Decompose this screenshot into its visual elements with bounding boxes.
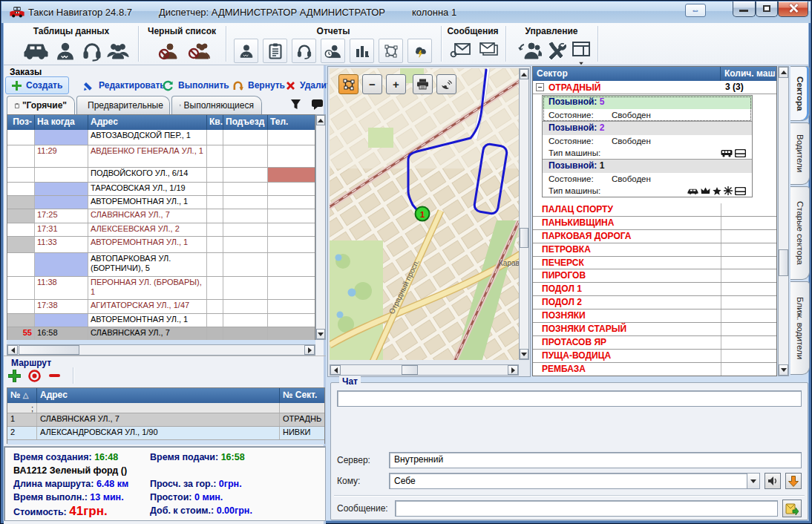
execute-order-button[interactable]: Выполнить [163, 76, 229, 94]
side-tab-near-drivers[interactable]: Ближ. водители [790, 281, 810, 375]
scroll-up-icon[interactable] [781, 71, 787, 74]
return-order-button[interactable]: Вернуть [232, 76, 285, 94]
server-field[interactable]: Внутренний [389, 452, 802, 468]
filter-icon[interactable] [290, 99, 301, 110]
close-button[interactable] [778, 1, 808, 17]
tab-preliminary-orders[interactable]: Предварительные [76, 96, 170, 114]
scroll-down-icon[interactable] [318, 333, 324, 336]
route-marker[interactable]: 1 [416, 207, 430, 221]
sector-row[interactable]: ПЕЧЕРСК [533, 257, 777, 270]
minimize-button[interactable] [733, 1, 756, 17]
tab-hot-orders[interactable]: "Горячие" [7, 96, 75, 114]
scroll-left-icon[interactable] [11, 347, 15, 353]
orders-vscrollbar[interactable] [315, 114, 326, 340]
sector-row[interactable]: ПОДОЛ 1 [533, 283, 777, 296]
car-card[interactable]: Позывной: 2 Состояние:Свободен Тип машин… [543, 122, 752, 160]
sector-row-expanded[interactable]: ОТРАДНЫЙ 3 (3) [533, 81, 776, 94]
side-tab-drivers[interactable]: Водители [790, 122, 810, 185]
orders-table-header[interactable]: Поз- На когда Адрес Кв. Подъезд Тел. [7, 115, 315, 130]
receive-messages-button[interactable] [785, 473, 802, 489]
windows-layout-icon[interactable] [572, 41, 591, 59]
sectors-table-header[interactable]: Сектор Колич. маш [533, 67, 776, 81]
report-sectors-button[interactable] [379, 39, 403, 63]
restore-button[interactable] [756, 1, 778, 17]
sector-row[interactable]: ПАНЬКИВЩИНА [533, 217, 777, 230]
order-row[interactable]: ПОДВОЙСКОГО УЛ., 6/14 [7, 168, 315, 183]
sector-row[interactable]: ПРОТАСОВ ЯР [533, 336, 777, 350]
voice-message-button[interactable] [764, 473, 781, 489]
report-drivers-button[interactable] [234, 39, 258, 63]
map-vscrollbar[interactable] [519, 68, 529, 360]
send-message-icon[interactable] [449, 41, 471, 59]
create-order-button[interactable]: Создать [5, 76, 69, 94]
sector-row[interactable]: ПАЛАЦ СПОРТУ [533, 203, 777, 217]
blacklist-clients-icon[interactable] [186, 41, 212, 62]
add-point-icon[interactable] [8, 370, 21, 382]
order-row[interactable]: 17:38АГИТАТОРСКАЯ УЛ., 1/47 [7, 300, 315, 314]
scroll-down-icon[interactable] [781, 368, 787, 372]
scroll-up-icon[interactable] [318, 119, 324, 122]
order-row[interactable]: АВТОРЕМОНТНАЯ УЛ., 1 [7, 196, 315, 209]
sector-row[interactable]: ПАРКОВАЯ ДОРОГА [533, 230, 777, 243]
route-table-header[interactable]: № △ Адрес № Сект. [7, 388, 324, 403]
message-input[interactable] [395, 500, 778, 517]
order-row[interactable]: 17:25СЛАВЯНСКАЯ УЛ., 7 [7, 209, 315, 223]
blacklist-drivers-icon[interactable] [158, 41, 180, 62]
car-card[interactable]: Позывной: 5 Состояние:Свободен [543, 96, 752, 122]
scroll-left-icon[interactable] [334, 367, 338, 373]
scroll-thumb[interactable] [19, 345, 79, 355]
scroll-right-icon[interactable] [511, 367, 515, 373]
scroll-right-icon[interactable] [308, 347, 312, 353]
comment-icon[interactable] [311, 99, 324, 110]
car-card[interactable]: Позывной: 1 Состояние:Свободен Тип машин… [543, 160, 752, 197]
scroll-thumb[interactable] [520, 228, 528, 248]
chat-history-area[interactable] [337, 390, 802, 407]
report-chart-button[interactable] [350, 39, 374, 63]
sector-row[interactable]: ПУЩА-ВОДИЦА [533, 350, 777, 363]
report-orders-button[interactable] [263, 39, 287, 63]
map-viewport[interactable]: 1 Отрадный просп. Карава − + [330, 68, 519, 360]
map-print-button[interactable] [413, 74, 433, 94]
sector-row[interactable]: ПОЗНЯКИ СТАРЫЙ [533, 323, 777, 336]
map-zoom-in-button[interactable]: + [386, 74, 406, 94]
map-hscrollbar[interactable] [330, 364, 519, 376]
messages-history-icon[interactable] [477, 41, 500, 59]
order-row[interactable]: 17:31АЛЕКСЕЕВСКАЯ УЛ., 2 [7, 223, 315, 237]
clients-table-icon[interactable] [106, 41, 130, 62]
remove-point-icon[interactable] [48, 373, 61, 379]
chevron-down-icon[interactable] [750, 479, 756, 483]
layout-dropdown-arrow[interactable] [579, 62, 583, 65]
order-row[interactable]: 11:33АВТОРЕМОНТНАЯ УЛ., 1 [7, 237, 315, 253]
drivers-table-icon[interactable] [56, 41, 75, 62]
scroll-thumb[interactable] [402, 365, 418, 375]
order-row[interactable]: ТАРАСОВСКАЯ УЛ., 1/19 [7, 183, 315, 196]
sector-row[interactable]: ПОЗНЯКИ [533, 310, 777, 323]
send-message-button[interactable] [782, 500, 802, 517]
order-row[interactable]: АВТОРЕМОНТНАЯ УЛ., 1 [7, 314, 315, 327]
scroll-thumb[interactable] [779, 249, 788, 276]
map-zoom-out-button[interactable]: − [362, 74, 382, 94]
report-storm-button[interactable] [407, 39, 432, 63]
sector-row[interactable]: ПЕТРОВКА [533, 243, 777, 257]
tab-executing-orders[interactable]: Выполняющиеся [171, 96, 262, 114]
cars-table-icon[interactable] [23, 41, 48, 60]
drivers-sync-icon[interactable] [518, 41, 542, 60]
sector-row[interactable]: РЕМБАЗА [533, 363, 777, 376]
sector-row[interactable]: ПИРОГОВ [533, 269, 777, 283]
order-row[interactable]: АВТОЗАВОДСКОЙ ПЕР., 1 [7, 130, 315, 145]
map-gps-button[interactable] [436, 74, 456, 94]
recipient-dropdown[interactable]: Себе [389, 473, 760, 489]
swap-monitor-button[interactable]: ⇔ [685, 4, 706, 17]
map-select-region-button[interactable] [338, 74, 358, 94]
title-bar[interactable]: Такси Навигатор 24.8.7 Диспетчер: АДМИНИ… [1, 1, 811, 23]
edit-order-button[interactable]: Редактировать [84, 76, 166, 94]
sector-row[interactable]: ПОДОЛ 2 [533, 296, 777, 310]
settings-tools-icon[interactable] [546, 41, 567, 60]
scroll-up-icon[interactable] [521, 73, 527, 76]
collapse-icon[interactable] [536, 83, 544, 91]
orders-hscrollbar[interactable] [7, 344, 315, 356]
order-row[interactable]: 11:29АВДЕЕНКО ГЕНЕРАЛА УЛ., 1 [7, 145, 315, 168]
side-tab-sectors[interactable]: Сектора [790, 66, 810, 121]
dispatchers-table-icon[interactable] [81, 41, 103, 62]
route-row[interactable]: 1СЛАВЯНСКАЯ УЛ., 7ОТРАДНЬ [7, 413, 324, 427]
